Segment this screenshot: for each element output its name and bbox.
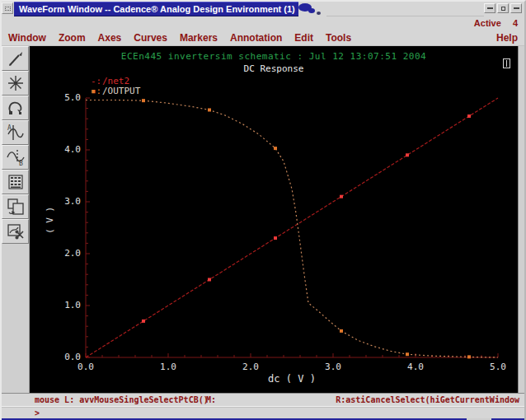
y-tick-3: 3.0 bbox=[54, 196, 81, 207]
output-marker-symbol: ▪: bbox=[91, 86, 102, 96]
menu-zoom[interactable]: Zoom bbox=[59, 32, 86, 44]
menu-edit[interactable]: Edit bbox=[294, 32, 313, 44]
window-maximize-button[interactable] bbox=[497, 3, 509, 13]
marker-output[interactable] bbox=[208, 108, 211, 111]
x-axis-label: dc ( V ) bbox=[30, 373, 518, 385]
legend-label-output: /OUTPUT bbox=[102, 86, 140, 96]
mouse-left-binding: mouse L: avvMouseSingleSelectPtCB() bbox=[35, 395, 209, 404]
probe-pen-icon[interactable] bbox=[2, 46, 29, 71]
window-rollup-button[interactable] bbox=[510, 3, 522, 13]
zoom-fit-star-icon[interactable] bbox=[2, 71, 29, 96]
titlebar-spacer bbox=[326, 2, 484, 16]
maximize-icon bbox=[501, 7, 505, 11]
plot-title: DC Response bbox=[30, 63, 518, 74]
marker-output[interactable] bbox=[467, 355, 471, 358]
x-tick-3: 3.0 bbox=[323, 362, 343, 372]
chart-svg[interactable] bbox=[30, 46, 518, 393]
plot-canvas[interactable]: ECEn445 invertersim schematic : Jul 12 1… bbox=[30, 46, 518, 393]
menu-window[interactable]: Window bbox=[8, 32, 46, 44]
x-tick-0: 0.0 bbox=[76, 362, 96, 372]
plot-legend: -: /net2 ▪: /OUTPUT bbox=[91, 77, 140, 96]
left-toolbar: A B bbox=[2, 46, 30, 393]
marker-net2[interactable] bbox=[274, 236, 277, 240]
titlebar: WaveForm Window -- Cadence® Analog Desig… bbox=[2, 2, 524, 16]
mouse-middle-binding: M: bbox=[206, 395, 216, 404]
active-status-row: Active 4 bbox=[2, 16, 524, 30]
window-minimize-button[interactable] bbox=[484, 3, 495, 13]
window-title-text: WaveForm Window -- Cadence® Analog Desig… bbox=[19, 4, 295, 14]
y-tick-5: 5.0 bbox=[54, 92, 81, 103]
rollup-icon bbox=[514, 7, 519, 9]
calculator-icon[interactable] bbox=[2, 170, 29, 194]
plot-corner-widget[interactable] bbox=[503, 58, 510, 68]
vertical-marker-a-icon[interactable]: A bbox=[2, 120, 29, 145]
menu-tools[interactable]: Tools bbox=[326, 32, 351, 44]
marker-output[interactable] bbox=[274, 147, 277, 150]
marker-net2[interactable] bbox=[340, 195, 343, 198]
x-tick-2: 2.0 bbox=[241, 362, 261, 372]
window-menu-button[interactable] bbox=[2, 2, 13, 14]
copy-subwindow-icon[interactable] bbox=[2, 194, 29, 219]
undo-arc-icon[interactable] bbox=[2, 96, 29, 120]
menu-axes[interactable]: Axes bbox=[98, 32, 122, 44]
menu-markers[interactable]: Markers bbox=[180, 32, 218, 44]
x-tick-5: 5.0 bbox=[488, 362, 508, 372]
svg-text:B: B bbox=[19, 160, 23, 167]
marker-output[interactable] bbox=[406, 352, 409, 356]
marker-net2[interactable] bbox=[208, 278, 211, 282]
marker-net2[interactable] bbox=[467, 114, 471, 118]
command-prompt-line[interactable]: > bbox=[2, 407, 524, 418]
marker-net2[interactable] bbox=[142, 320, 145, 323]
y-tick-2: 2.0 bbox=[54, 248, 81, 259]
plot-header: ECEn445 invertersim schematic : Jul 12 1… bbox=[30, 51, 518, 62]
delete-subwindow-icon[interactable] bbox=[2, 219, 29, 244]
menu-help[interactable]: Help bbox=[496, 32, 518, 44]
trace-output[interactable] bbox=[86, 100, 498, 357]
active-count: 4 bbox=[513, 18, 518, 28]
window-title[interactable]: WaveForm Window -- Cadence® Analog Desig… bbox=[14, 2, 298, 16]
main-area: A B ECEn445 invertersim schematic : Jul … bbox=[2, 46, 524, 393]
y-tick-4: 4.0 bbox=[54, 144, 81, 155]
trace-net2[interactable] bbox=[86, 98, 498, 357]
window-menu-icon bbox=[5, 7, 11, 11]
waveform-window: WaveForm Window -- Cadence® Analog Desig… bbox=[0, 0, 526, 420]
marker-output[interactable] bbox=[340, 329, 343, 333]
title-splash-decoration bbox=[298, 2, 326, 16]
marker-net2[interactable] bbox=[406, 153, 409, 156]
menu-curves[interactable]: Curves bbox=[134, 32, 167, 44]
horizontal-marker-b-icon[interactable]: B bbox=[2, 145, 29, 170]
menu-annotation[interactable]: Annotation bbox=[230, 32, 282, 44]
mouse-bindings-bar: mouse L: avvMouseSingleSelectPtCB() M: R… bbox=[2, 393, 524, 407]
x-tick-1: 1.0 bbox=[158, 362, 178, 372]
legend-item-output[interactable]: ▪: /OUTPUT bbox=[91, 86, 140, 96]
active-label: Active bbox=[474, 18, 501, 28]
window-buttons bbox=[484, 2, 524, 16]
window-right-frame bbox=[518, 46, 524, 393]
mouse-right-binding: R:astiCancelSelect(hiGetCurrentWindow bbox=[336, 395, 519, 404]
prompt-caret: > bbox=[35, 408, 40, 418]
y-tick-1: 1.0 bbox=[54, 300, 81, 310]
menubar: Window Zoom Axes Curves Markers Annotati… bbox=[2, 30, 524, 46]
y-axis-label: ( V ) bbox=[45, 207, 55, 234]
minimize-icon bbox=[487, 7, 493, 9]
marker-output[interactable] bbox=[142, 99, 145, 102]
x-tick-4: 4.0 bbox=[406, 362, 425, 372]
